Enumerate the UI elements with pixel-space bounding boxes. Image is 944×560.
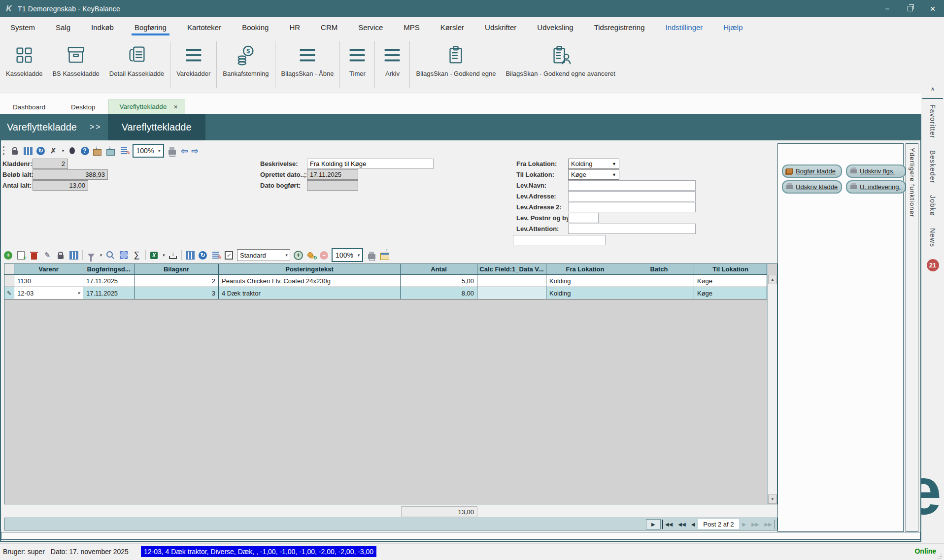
- add-row-icon[interactable]: +: [4, 251, 12, 260]
- tab-vareflyttekladde[interactable]: Vareflyttekladde: [108, 99, 185, 114]
- dropdown-caret-icon[interactable]: [62, 148, 64, 153]
- u-indlevering-button[interactable]: U. indlevering.: [846, 180, 906, 194]
- til-lokation-select[interactable]: Køge: [568, 169, 619, 180]
- menu-item-korsler[interactable]: Kørsler: [438, 20, 467, 35]
- menu-item-kartoteker[interactable]: Kartoteker: [184, 20, 224, 35]
- table-row[interactable]: 1130 17.11.2025 2 Peanuts Chicken Flv. C…: [4, 275, 768, 287]
- fast-previous-icon[interactable]: [676, 520, 687, 529]
- menu-item-booking[interactable]: Booking: [239, 20, 271, 35]
- lev-adresse2-field[interactable]: [568, 202, 696, 212]
- refresh-icon[interactable]: ↻: [199, 251, 207, 260]
- sum-icon[interactable]: [132, 250, 142, 260]
- breadcrumb-parent[interactable]: Vareflyttekladde: [7, 122, 77, 133]
- menu-item-indkob[interactable]: Indkøb: [88, 20, 117, 35]
- menu-item-hjaelp[interactable]: Hjælp: [720, 20, 745, 35]
- help-icon[interactable]: ?: [81, 147, 89, 155]
- ribbon-item-detail-kassekladde[interactable]: Detail Kassekladde: [104, 35, 169, 94]
- play-icon[interactable]: [646, 519, 661, 529]
- ribbon-item-varekladder[interactable]: Varekladder: [171, 35, 215, 94]
- lev-navn-field[interactable]: [568, 180, 696, 191]
- chevron-up-icon[interactable]: [921, 86, 944, 92]
- yderligere-funktioner-panel[interactable]: Yderligere funktioner: [906, 143, 918, 532]
- fra-lokation-select[interactable]: Kolding: [568, 159, 619, 169]
- menu-item-hr[interactable]: HR: [286, 20, 303, 35]
- lock-icon[interactable]: [12, 150, 18, 155]
- column-header[interactable]: Antal: [401, 264, 477, 275]
- lev-adresse-field[interactable]: [568, 191, 696, 201]
- lock-icon[interactable]: [58, 255, 64, 259]
- ribbon-item-bankafstemning[interactable]: $ Bankafstemning: [218, 35, 273, 94]
- vertical-scrollbar[interactable]: ▲ ▼: [767, 275, 777, 504]
- chevron-down-icon[interactable]: [77, 291, 80, 296]
- edit-list-icon[interactable]: [212, 252, 219, 259]
- import-icon[interactable]: [106, 149, 115, 156]
- lev-postnr-field[interactable]: [568, 213, 599, 223]
- menu-item-service[interactable]: Service: [355, 20, 386, 35]
- grid-layout-icon[interactable]: [380, 253, 389, 260]
- filter-icon[interactable]: [88, 254, 95, 258]
- scroll-down-icon[interactable]: ▼: [768, 494, 777, 504]
- previous-record-icon[interactable]: [689, 520, 697, 529]
- table-row-selected[interactable]: 12-03 17.11.2025 3 4 Dæk traktor 8,00 Ko…: [4, 287, 768, 299]
- add-view-icon[interactable]: +: [294, 251, 303, 260]
- ribbon-item-bilagsskan-godkend-egne[interactable]: BilagsSkan - Godkend egne: [411, 35, 501, 94]
- next-record-icon[interactable]: [741, 520, 748, 529]
- menu-item-udskrifter[interactable]: Udskrifter: [482, 20, 519, 35]
- select-region-icon[interactable]: [120, 251, 128, 259]
- menu-item-salg[interactable]: Salg: [53, 20, 73, 35]
- delete-row-icon[interactable]: [31, 253, 37, 260]
- sidebar-item-news[interactable]: News: [929, 228, 937, 247]
- ribbon-item-kassekladde[interactable]: Kassekladde: [1, 35, 47, 94]
- back-arrow-icon[interactable]: ⇦: [181, 146, 188, 156]
- menu-item-bogforing[interactable]: Bogføring: [132, 20, 169, 35]
- column-header[interactable]: Bogføringsd...: [83, 264, 135, 275]
- column-header[interactable]: Til Lokation: [694, 264, 767, 275]
- column-header[interactable]: Batch: [624, 264, 694, 275]
- udskriv-kladde-button[interactable]: Udskriv kladde: [782, 180, 842, 194]
- ribbon-item-timer[interactable]: Timer: [341, 35, 373, 94]
- maximize-icon[interactable]: [899, 0, 921, 17]
- remove-view-icon[interactable]: −: [320, 251, 328, 260]
- edit-row-icon[interactable]: [42, 250, 52, 260]
- tab-dashboard[interactable]: Dashboard: [0, 100, 58, 114]
- first-record-icon[interactable]: [662, 520, 674, 529]
- lev-attention-field[interactable]: [568, 224, 696, 234]
- menu-item-crm[interactable]: CRM: [318, 20, 340, 35]
- varenr-editor[interactable]: 12-03: [14, 287, 83, 299]
- filter-caret-icon[interactable]: [100, 253, 102, 258]
- column-header[interactable]: Fra Lokation: [546, 264, 624, 275]
- menu-item-udveksling[interactable]: Udveksling: [534, 20, 576, 35]
- last-record-icon[interactable]: [763, 520, 775, 529]
- menu-item-indstillinger[interactable]: Indstillinger: [662, 20, 706, 35]
- minimize-icon[interactable]: [876, 0, 899, 17]
- column-header[interactable]: Bilagsnr: [135, 264, 219, 275]
- ribbon-item-bilagsskan-godkend-egne-avanceret[interactable]: BilagsSkan - Godkend egne avanceret: [501, 35, 620, 94]
- debug-icon[interactable]: [69, 147, 75, 154]
- sidebar-item-jobko[interactable]: Jobkø: [929, 195, 937, 216]
- excel-caret-icon[interactable]: [163, 253, 165, 258]
- confirm-checkbox-icon[interactable]: [225, 251, 233, 260]
- ribbon-item-bilagsskan-abne[interactable]: BilagsSkan - Åbne: [276, 35, 339, 94]
- resize-grip[interactable]: [937, 554, 942, 559]
- udskriv-flgs-button[interactable]: Udskriv flgs.: [846, 165, 906, 178]
- print-icon[interactable]: [169, 150, 176, 155]
- grid-zoom-select[interactable]: 100%: [332, 248, 363, 262]
- search-icon[interactable]: [106, 251, 113, 258]
- column-header[interactable]: Varenr: [14, 264, 83, 275]
- menu-item-mps[interactable]: MPS: [401, 20, 423, 35]
- edit-tools-icon[interactable]: [48, 146, 58, 156]
- export-box-icon[interactable]: [93, 149, 101, 156]
- menu-item-tidsregistrering[interactable]: Tidsregistrering: [591, 20, 648, 35]
- tab-desktop[interactable]: Desktop: [58, 100, 108, 114]
- import-tray-icon[interactable]: [169, 251, 177, 259]
- zoom-select[interactable]: 100%: [133, 144, 164, 158]
- fast-next-icon[interactable]: [749, 520, 761, 529]
- bogfor-kladde-button[interactable]: Bogfør kladde: [782, 165, 842, 178]
- layout-columns-icon[interactable]: [186, 251, 195, 260]
- ribbon-item-arkiv[interactable]: Arkiv: [376, 35, 408, 94]
- beskrivelse-field[interactable]: [307, 159, 434, 169]
- ribbon-item-bs-kassekladde[interactable]: BS Kassekladde: [47, 35, 104, 94]
- add-record-icon[interactable]: [17, 251, 25, 260]
- lev-extra-field[interactable]: [513, 235, 606, 245]
- refresh-icon[interactable]: ↻: [36, 147, 45, 155]
